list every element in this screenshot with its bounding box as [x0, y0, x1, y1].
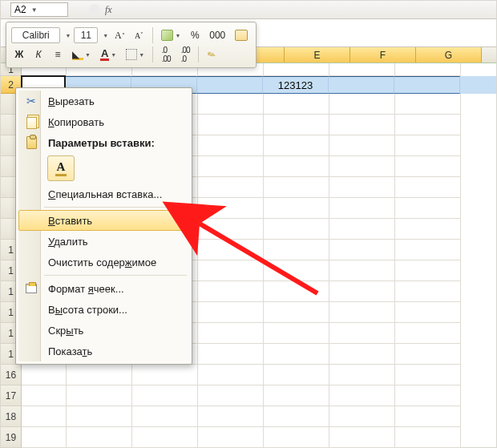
menu-paste-special[interactable]: Специальная вставка...	[18, 184, 189, 204]
row-header[interactable]: 18	[1, 406, 22, 427]
cell-value[interactable]: 123123	[263, 76, 329, 94]
comma-format-button[interactable]: 000	[206, 26, 228, 44]
menu-label: Скрыть	[48, 325, 83, 337]
menu-label: Удалить	[48, 236, 88, 248]
row-header[interactable]: 16	[1, 365, 22, 385]
mini-toolbar: Calibri ▼ 11 ▼ A˄ A˅ ▼ % 000 Ж К ≡ ◣▼ A▼…	[6, 22, 257, 68]
menu-insert[interactable]: Вставить	[18, 210, 189, 231]
menu-label: Очистить содержимое	[48, 256, 156, 268]
menu-divider	[44, 275, 187, 276]
menu-row-height[interactable]: Высота строки...	[18, 299, 189, 320]
menu-delete[interactable]: Удалить	[18, 231, 189, 252]
menu-label: Параметры вставки:	[48, 137, 155, 149]
name-box[interactable]: A2 ▼	[10, 2, 68, 17]
bold-button[interactable]: Ж	[11, 46, 27, 63]
menu-show[interactable]: Показать	[18, 341, 189, 361]
clipboard-icon	[24, 135, 38, 150]
column-header-f[interactable]: F	[350, 47, 416, 63]
menu-label: Специальная вставка...	[48, 188, 162, 200]
menu-label: Вырезать	[48, 95, 95, 107]
format-cells-icon	[24, 281, 38, 296]
menu-copy[interactable]: Копировать	[18, 111, 189, 132]
cancel-icon[interactable]	[89, 4, 100, 15]
borders-button[interactable]: ▼	[123, 46, 147, 63]
copy-icon	[24, 115, 38, 129]
formula-controls: fx	[89, 4, 112, 16]
menu-label: Показать	[48, 345, 92, 357]
menu-label: Формат ячеек...	[48, 283, 124, 295]
column-header-g[interactable]: G	[416, 47, 482, 63]
menu-paste-options-header: Параметры вставки:	[18, 132, 189, 153]
menu-label: Копировать	[48, 116, 104, 128]
align-button[interactable]: ≡	[50, 46, 66, 63]
chevron-down-icon[interactable]: ▼	[26, 6, 38, 14]
conditional-format-icon[interactable]	[232, 26, 251, 44]
increase-font-icon[interactable]: A˄	[111, 26, 128, 44]
excel-window: A2 ▼ fx E F G 1 2 12312	[0, 0, 497, 448]
font-name-box[interactable]: Calibri	[11, 27, 60, 43]
column-header-e[interactable]: E	[285, 47, 350, 63]
menu-divider	[44, 207, 187, 208]
menu-clear-contents[interactable]: Очистить содержимое	[18, 252, 189, 272]
formula-bar: A2 ▼ fx	[1, 1, 496, 19]
italic-button[interactable]: К	[30, 46, 46, 63]
decrease-decimal-button[interactable]: .00.0	[177, 46, 193, 63]
increase-decimal-button[interactable]: .0.00	[158, 46, 174, 63]
chevron-down-icon[interactable]: ▼	[103, 33, 108, 38]
menu-label: Вставить	[48, 215, 92, 227]
fill-color-button[interactable]: ◣▼	[69, 46, 94, 63]
fx-icon[interactable]: fx	[105, 4, 112, 16]
menu-cut[interactable]: ✂ Вырезать	[18, 91, 189, 111]
font-size-box[interactable]: 11	[74, 27, 98, 43]
menu-label: Высота строки...	[48, 304, 127, 316]
row-header[interactable]: 19	[1, 427, 22, 448]
paste-option-values[interactable]: A	[47, 155, 75, 181]
chevron-down-icon[interactable]: ▼	[65, 33, 71, 38]
row-header[interactable]: 17	[1, 385, 22, 406]
format-painter-icon[interactable]: ✎	[204, 46, 220, 63]
name-box-value: A2	[14, 4, 26, 15]
decrease-font-icon[interactable]: A˅	[131, 26, 147, 44]
accounting-format-icon[interactable]: ▼	[158, 26, 184, 44]
percent-format-button[interactable]: %	[187, 26, 203, 44]
menu-format-cells[interactable]: Формат ячеек...	[18, 278, 189, 299]
scissors-icon: ✂	[24, 94, 38, 108]
font-color-button[interactable]: A▼	[97, 46, 119, 63]
paste-a-icon: A	[55, 160, 67, 176]
menu-hide[interactable]: Скрыть	[18, 320, 189, 341]
context-menu: ✂ Вырезать Копировать Параметры вставки:…	[15, 87, 192, 365]
